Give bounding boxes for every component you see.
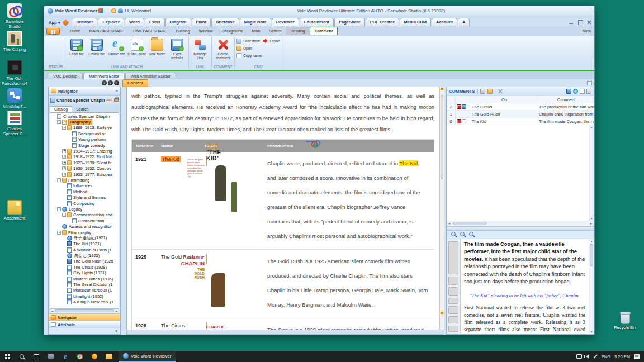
collapsed-row[interactable] <box>448 298 458 304</box>
toolbar-button[interactable]: Online site <box>107 37 126 56</box>
toolbar-button[interactable]: Evps website <box>168 37 187 60</box>
tree-item[interactable]: Commemoration and <box>50 212 119 218</box>
ribbon-tab[interactable]: Reviewer <box>272 18 299 26</box>
tree-item[interactable]: 1918–1922: First Nat <box>50 154 119 160</box>
recycle-bin-icon[interactable]: Recycle Bin <box>612 313 638 330</box>
tree-item[interactable]: A King in New York (1 <box>50 299 119 305</box>
zoom-reset-icon[interactable] <box>460 232 466 237</box>
scroll-thumb[interactable] <box>55 309 114 312</box>
accordion-navigator[interactable]: Navigator <box>49 313 120 321</box>
desktop-icon[interactable]: The Kid.png <box>2 31 27 52</box>
collapsed-row[interactable] <box>448 306 458 313</box>
ribbon-tab[interactable]: Briefcase <box>211 18 239 26</box>
book-row[interactable]: Charles Spencer Chaplin.... ORIG <box>49 96 120 104</box>
comments-vertical-scrollbar[interactable]: ▲▼ <box>589 125 594 221</box>
taskbar-icon[interactable] <box>29 351 44 362</box>
tree-item[interactable]: 1939–1952: Controv <box>50 166 119 172</box>
sub-tab[interactable]: Home <box>65 27 85 35</box>
toolbar-button[interactable]: Local file <box>67 37 86 56</box>
tree-item[interactable]: Limelight (1952) <box>50 293 119 299</box>
document-tab[interactable]: Main Word Editor <box>83 73 125 79</box>
tree-item[interactable]: Awards and recognition <box>50 223 119 229</box>
app-menu-button[interactable]: App ▾ <box>46 19 62 26</box>
tree-item[interactable]: Composing <box>50 201 119 206</box>
export-icon[interactable] <box>586 89 591 94</box>
scroll-thumb[interactable] <box>590 244 593 266</box>
tree-item[interactable]: Filmmaking <box>50 177 119 183</box>
toolbar-small-button[interactable]: Export <box>263 37 280 45</box>
sub-tab[interactable]: LINK PAGESHARE <box>129 27 172 35</box>
collapsed-row[interactable] <box>448 241 458 275</box>
film-row[interactable]: 1925 The Gold Rush CHARLIE CHAPLIN THE G… <box>132 250 434 318</box>
comment-row[interactable]: 0 The Kid The film made Coogan, then a w <box>447 118 594 125</box>
sub-tab[interactable]: Mark <box>247 27 265 35</box>
save-icon[interactable] <box>566 89 571 94</box>
sub-tab[interactable]: Heading <box>286 27 310 35</box>
zoom-out-icon[interactable] <box>469 232 475 237</box>
navigator-header[interactable]: Navigator « <box>49 87 120 96</box>
taskbar-active-app[interactable]: Vole Word Reviewer <box>119 351 176 362</box>
content-tab[interactable]: Content <box>122 79 148 87</box>
tree-item[interactable]: The Great Dictator (1 <box>50 282 119 287</box>
clock[interactable]: 3:20 PM <box>614 354 630 359</box>
close-button[interactable] <box>586 20 592 25</box>
collapsed-row[interactable] <box>448 316 458 323</box>
toolbar-button[interactable]: Online file <box>87 37 106 56</box>
quick-launch-button[interactable] <box>46 28 60 35</box>
tree-expander-icon[interactable] <box>57 207 61 211</box>
shield-icon[interactable] <box>98 8 103 13</box>
tree-item[interactable]: City Lights (1931) <box>50 270 119 276</box>
comment-row[interactable]: 1 The Gold Rush Chaplin drew inspiration… <box>447 111 594 118</box>
tree-item[interactable]: The Kid (1921) <box>50 241 119 247</box>
tree-item[interactable]: Biography <box>50 119 119 125</box>
tree-item[interactable]: 1914–1917: Entering <box>50 148 119 154</box>
tree-expander-icon[interactable] <box>57 178 61 182</box>
tree-expander-icon[interactable] <box>57 120 61 124</box>
desktop-icon[interactable]: MindMapT... <box>2 88 27 109</box>
document-tab[interactable]: Web Animation Builder <box>125 73 176 79</box>
scroll-thumb[interactable] <box>453 222 486 225</box>
language-indicator[interactable]: ENG <box>602 354 610 359</box>
volume-icon[interactable] <box>586 354 589 359</box>
tree-item[interactable]: Monsieur Verdoux (1 <box>50 288 119 293</box>
tree-expander-icon[interactable] <box>62 161 66 165</box>
tree-expander-icon[interactable] <box>62 149 66 153</box>
column-comment[interactable]: Comment <box>537 97 594 102</box>
tree-item[interactable]: Filmography <box>50 230 119 235</box>
tree-item[interactable]: 淘金记 (1925) <box>50 253 119 258</box>
ribbon-tab[interactable]: Magic Note <box>240 18 271 26</box>
document-vertical-scrollbar[interactable] <box>439 87 444 330</box>
tree-item[interactable]: Style and themes <box>50 194 119 200</box>
collapsed-row[interactable] <box>448 277 458 285</box>
film-row[interactable]: 1928 The Circus CHARLIE CHAPLIN "the CIR… <box>132 318 434 330</box>
tree-item[interactable]: Stage comedy <box>50 142 119 148</box>
ribbon-tab[interactable]: Paint <box>192 18 211 26</box>
taskbar-icon[interactable] <box>87 351 102 362</box>
panel-options[interactable]: ▼ <box>49 328 120 334</box>
column-on[interactable]: On <box>470 97 537 102</box>
tree-item[interactable]: 寻子遇仙记(1921) <box>50 235 119 241</box>
accordion-attribute[interactable]: Attribute <box>49 321 120 328</box>
taskbar-icon[interactable] <box>15 351 29 362</box>
delete-icon[interactable] <box>498 89 503 94</box>
toolbar-button[interactable]: Delete comment <box>214 37 233 60</box>
toolbar-small-button[interactable]: Copy name <box>236 52 262 59</box>
desktop-icon[interactable]: Attachment <box>2 200 27 221</box>
ribbon-tab[interactable]: PDF Creator <box>366 18 399 26</box>
tab-catalog[interactable]: Catalog <box>50 106 72 112</box>
desktop-icon[interactable]: Charles Spencer C... <box>2 111 27 136</box>
sub-tab[interactable]: Comment <box>310 27 338 35</box>
taskbar-icon[interactable] <box>102 351 116 362</box>
tree-item[interactable]: 1923–1938: Silent fe <box>50 160 119 165</box>
taskbar-icon[interactable] <box>0 351 15 362</box>
tab-search[interactable]: Search <box>72 107 92 112</box>
toolbar-small-button[interactable]: Slideshow <box>236 37 262 45</box>
sub-tab[interactable]: Building <box>172 27 195 35</box>
zoom-in-icon[interactable] <box>451 232 457 237</box>
tree-expander-icon[interactable] <box>62 213 66 217</box>
ribbon-tab[interactable]: Word <box>125 18 144 26</box>
desktop-icon[interactable]: Sanwhole Studio <box>2 3 27 29</box>
tree-item[interactable]: Charles Spencer Chaplin <box>50 113 119 119</box>
film-poster[interactable]: This is the great picture upon which the… <box>206 156 207 166</box>
minimize-button[interactable] <box>569 20 574 25</box>
